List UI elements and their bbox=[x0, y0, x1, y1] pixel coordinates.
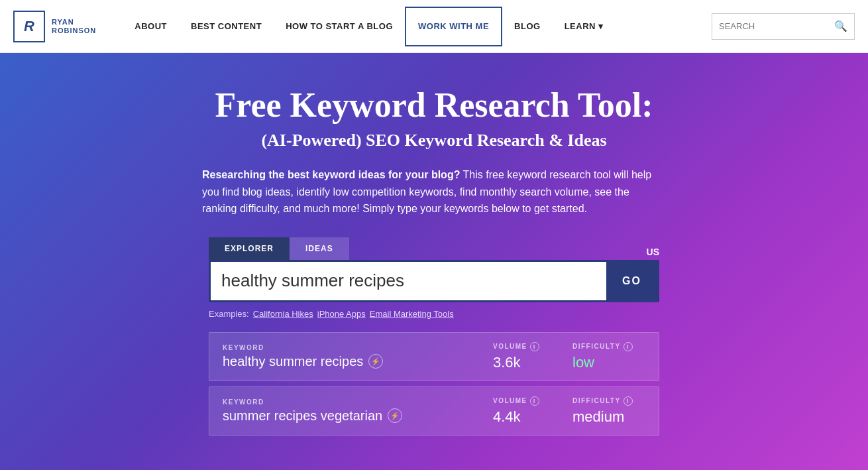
logo-name-1: RYAN bbox=[52, 18, 96, 26]
example-email-marketing-tools[interactable]: Email Marketing Tools bbox=[370, 309, 454, 319]
difficulty-label: DIFFICULTY i bbox=[572, 342, 645, 351]
hero-subtitle: (AI-Powered) SEO Keyword Research & Idea… bbox=[202, 131, 666, 150]
keyword-lightning-icon: ⚡ bbox=[368, 354, 383, 369]
tabs: EXPLORER IDEAS bbox=[209, 237, 349, 260]
search-input[interactable] bbox=[719, 21, 830, 31]
volume-info-icon: i bbox=[530, 342, 539, 351]
result-keyword: healthy summer recipes ⚡ bbox=[223, 354, 486, 369]
result-card-2: KEYWORD summer recipes vegetarian ⚡ VOLU… bbox=[209, 386, 659, 436]
keyword-label: KEYWORD bbox=[223, 398, 486, 406]
logo-name-2: ROBINSON bbox=[52, 27, 96, 34]
difficulty-value: medium bbox=[572, 408, 645, 426]
hero-title: Free Keyword Research Tool: bbox=[202, 86, 666, 124]
result-keyword: summer recipes vegetarian ⚡ bbox=[223, 408, 486, 424]
examples-label: Examples: bbox=[209, 309, 249, 319]
volume-label: VOLUME i bbox=[493, 396, 566, 406]
result-difficulty-col: DIFFICULTY i low bbox=[572, 342, 645, 371]
hero-section: Free Keyword Research Tool: (AI-Powered)… bbox=[0, 53, 868, 470]
result-volume-col: VOLUME i 4.4k bbox=[493, 396, 566, 426]
hero-description-bold: Researching the best keyword ideas for y… bbox=[202, 169, 460, 180]
result-keyword-col: KEYWORD summer recipes vegetarian ⚡ bbox=[223, 398, 486, 424]
keyword-label: KEYWORD bbox=[223, 344, 486, 351]
nav-work-with-me[interactable]: WORK WITH ME bbox=[405, 7, 502, 46]
keyword-lightning-icon: ⚡ bbox=[388, 408, 402, 423]
hero-content: Free Keyword Research Tool: (AI-Powered)… bbox=[202, 86, 666, 237]
volume-value: 3.6k bbox=[493, 354, 566, 371]
example-iphone-apps[interactable]: iPhone Apps bbox=[317, 309, 366, 319]
hero-description: Researching the best keyword ideas for y… bbox=[202, 166, 666, 217]
header-search: 🔍 bbox=[712, 13, 855, 40]
result-difficulty-col: DIFFICULTY i medium bbox=[572, 396, 645, 426]
logo-text: RYAN ROBINSON bbox=[52, 18, 96, 34]
difficulty-label: DIFFICULTY i bbox=[572, 396, 645, 406]
tool-container: EXPLORER IDEAS US GO Examples: Californi… bbox=[209, 237, 659, 436]
result-card-1: KEYWORD healthy summer recipes ⚡ VOLUME … bbox=[209, 332, 659, 381]
examples-row: Examples: California Hikes iPhone Apps E… bbox=[209, 309, 659, 319]
logo-icon: R bbox=[13, 11, 45, 42]
country-label: US bbox=[647, 247, 659, 257]
nav-learn[interactable]: LEARN ▾ bbox=[553, 0, 616, 53]
example-california-hikes[interactable]: California Hikes bbox=[253, 309, 313, 319]
keyword-search-box: GO bbox=[209, 260, 659, 302]
nav-how-to-start-a-blog[interactable]: HOW TO START A BLOG bbox=[274, 0, 405, 53]
difficulty-info-icon: i bbox=[624, 342, 633, 351]
learn-chevron-icon: ▾ bbox=[598, 21, 604, 31]
difficulty-info-icon: i bbox=[624, 396, 633, 406]
results-list: KEYWORD healthy summer recipes ⚡ VOLUME … bbox=[209, 332, 659, 436]
difficulty-value: low bbox=[572, 354, 645, 371]
volume-info-icon: i bbox=[530, 396, 539, 406]
logo[interactable]: R RYAN ROBINSON bbox=[13, 11, 96, 42]
search-button[interactable]: 🔍 bbox=[834, 20, 847, 32]
tab-explorer[interactable]: EXPLORER bbox=[209, 237, 290, 260]
volume-value: 4.4k bbox=[493, 408, 566, 426]
result-keyword-col: KEYWORD healthy summer recipes ⚡ bbox=[223, 344, 486, 369]
nav-best-content[interactable]: BEST CONTENT bbox=[179, 0, 274, 53]
header: R RYAN ROBINSON ABOUT BEST CONTENT HOW T… bbox=[0, 0, 868, 53]
tabs-row: EXPLORER IDEAS US bbox=[209, 237, 659, 260]
main-nav: ABOUT BEST CONTENT HOW TO START A BLOG W… bbox=[123, 0, 712, 53]
nav-blog[interactable]: BLOG bbox=[502, 0, 553, 53]
keyword-input[interactable] bbox=[211, 270, 606, 291]
result-volume-col: VOLUME i 3.6k bbox=[493, 342, 566, 371]
nav-about[interactable]: ABOUT bbox=[123, 0, 179, 53]
go-button[interactable]: GO bbox=[606, 262, 657, 300]
tab-ideas[interactable]: IDEAS bbox=[290, 237, 349, 260]
volume-label: VOLUME i bbox=[493, 342, 566, 351]
